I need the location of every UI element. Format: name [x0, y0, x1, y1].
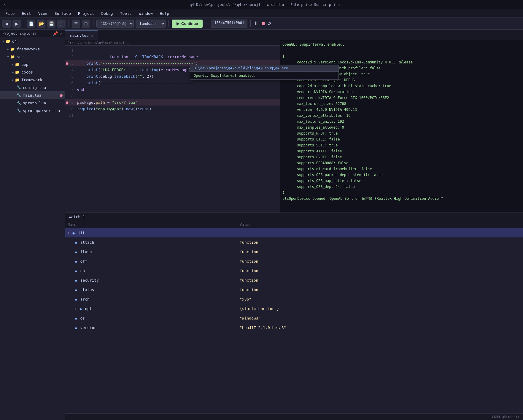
- forward-button[interactable]: ▶: [12, 20, 21, 28]
- jit-expand-arrow[interactable]: ▼: [68, 231, 69, 234]
- console-line-25: }: [282, 190, 521, 196]
- watch-row-off[interactable]: ◆ off function: [65, 257, 523, 266]
- watch-col-name-header: Name: [65, 223, 237, 227]
- tree-item-frameworks[interactable]: ▶ 📁 frameworks: [0, 45, 65, 53]
- layout-button[interactable]: ⊞: [82, 20, 90, 28]
- pause-button[interactable]: ⏸: [254, 20, 259, 27]
- watch-arch-name-col: ◆ arch: [68, 297, 240, 302]
- status-label: status: [80, 288, 94, 292]
- tree-item-main-lua[interactable]: 🔧 main.lua ●: [0, 91, 65, 99]
- version-value: "LuaJIT 2.1.0-beta3": [240, 325, 521, 330]
- stop-button[interactable]: ⏹: [261, 21, 266, 26]
- os-icon: ◆: [75, 316, 77, 321]
- autocomplete-popup: D:\dev\projects\q4\build\bin\q4\Debug\q4…: [190, 65, 339, 80]
- breakpoint-3: ●: [66, 61, 68, 66]
- watch-row-attach[interactable]: ◆ attach function: [65, 238, 523, 247]
- console-line-10: max_texture_size: 32768: [282, 101, 521, 107]
- menu-window[interactable]: Window: [136, 11, 156, 16]
- app-icon: 📁: [15, 62, 20, 67]
- watch-row-security[interactable]: ◆ security function: [65, 276, 523, 285]
- menu-debug[interactable]: Debug: [98, 11, 116, 16]
- new-file-button[interactable]: 📄: [27, 20, 35, 28]
- close-panel-icon[interactable]: ✕: [60, 31, 63, 36]
- watch-row-arch[interactable]: ◆ arch "x86": [65, 295, 523, 304]
- tree-item-sproto-lua[interactable]: 🔧 sproto.lua: [0, 99, 65, 107]
- tree-item-config-lua[interactable]: 🔧 config.lua: [0, 84, 65, 91]
- config-file-icon: 🔧: [17, 85, 21, 90]
- watch-row-version[interactable]: ◆ version "LuaJIT 2.1.0-beta3": [65, 323, 523, 333]
- breadcrumb-path: D:\dev\projects\q4\src\main.lua: [68, 41, 128, 45]
- arch-value: "x86": [240, 297, 521, 301]
- menu-file[interactable]: File: [2, 11, 18, 16]
- pin-icon[interactable]: 📌: [53, 31, 58, 36]
- console-line-2: {: [282, 53, 521, 59]
- watch-row-jit[interactable]: ▼ ◆ jit: [65, 228, 523, 238]
- menu-help[interactable]: Help: [157, 11, 172, 16]
- tree-item-framework[interactable]: ▶ 📁 framework: [0, 76, 65, 84]
- restart-button[interactable]: ↺: [267, 21, 271, 26]
- toolbar-sep-5: [250, 20, 251, 27]
- run-button[interactable]: ▶ Continue: [172, 20, 203, 28]
- console-line-24: supports_OES_depth24: false: [282, 184, 521, 190]
- toolbar: ◀ ▶ 📄 📂 💾 ⬚ ☰ ⊞ 1334x750[iPh6] Landscape…: [0, 18, 523, 30]
- on-icon: ◆: [75, 269, 77, 273]
- tab-close-main-lua[interactable]: ✕: [91, 33, 93, 38]
- menu-project[interactable]: Project: [75, 11, 97, 16]
- tree-item-cocos[interactable]: ▶ 📁 cocos: [0, 68, 65, 76]
- menu-tools[interactable]: Tools: [117, 11, 135, 16]
- menu-view[interactable]: View: [35, 11, 50, 16]
- tree-item-app[interactable]: ▶ 📁 app: [0, 60, 65, 68]
- tab-main-lua-label: main.lua: [70, 33, 89, 38]
- app-icon: ⚡: [4, 2, 7, 8]
- watch-os-name-col: ◆ os: [68, 316, 240, 321]
- attach-label: attach: [80, 240, 94, 245]
- status-value: function: [240, 288, 521, 292]
- watch-row-status[interactable]: ◆ status function: [65, 285, 523, 295]
- tree-item-q4[interactable]: ▼ 📁 q4: [0, 37, 65, 45]
- line-num-7: 7: [65, 87, 77, 92]
- console-line-13: max_texture_units: 192: [282, 119, 521, 124]
- opt-expand-arrow[interactable]: ▶: [75, 307, 77, 310]
- on-value: function: [240, 269, 521, 273]
- console-line-20: supports_BGRA8888: false: [282, 160, 521, 166]
- tab-main-lua[interactable]: main.lua ✕: [65, 31, 98, 40]
- watch-row-os[interactable]: ◆ os "Windows": [65, 314, 523, 323]
- security-icon: ◆: [75, 278, 77, 283]
- content-area: main.lua ✕ D:\dev\projects\q4\src\main.l…: [65, 30, 523, 420]
- tab-bar: main.lua ✕: [65, 30, 523, 40]
- watch-status-name-col: ◆ status: [68, 288, 240, 292]
- save-button[interactable]: 💾: [47, 20, 55, 28]
- console-line-18: supports_ATITC: false: [282, 148, 521, 154]
- watch-row-flush[interactable]: ◆ flush function: [65, 247, 523, 257]
- cocos-icon: 📁: [15, 70, 20, 74]
- status-bar: CSDN @Simdsoft: [65, 413, 523, 420]
- menu-toggle-button[interactable]: ☰: [72, 20, 80, 28]
- file-tree: ▼ 📁 q4 ▶ 📁 frameworks ▼ 📁 src ▶ 📁 app: [0, 37, 65, 420]
- watch-security-name-col: ◆ security: [68, 278, 240, 283]
- menu-surface[interactable]: Surface: [52, 11, 74, 16]
- line-num-6: 6: [65, 81, 77, 85]
- watch-row-opt[interactable]: ▶ ◆ opt {start=function }: [65, 304, 523, 314]
- watch-row-on[interactable]: ◆ on function: [65, 266, 523, 276]
- device-selector[interactable]: 1334x750[iPh6]: [96, 20, 134, 28]
- save-all-button[interactable]: ⬚: [57, 20, 66, 28]
- main-layout: Project Explorer 📌 ✕ ▼ 📁 q4 ▶ 📁 framewor…: [0, 30, 523, 420]
- back-button[interactable]: ◀: [2, 20, 11, 28]
- orientation-selector[interactable]: Landscape: [136, 20, 166, 28]
- tree-item-sprotoparser-lua[interactable]: 🔧 sprotoparser.lua: [0, 107, 65, 114]
- opt-value: {start=function }: [240, 306, 521, 311]
- src-icon: 📁: [10, 55, 15, 59]
- menu-edit[interactable]: Edit: [19, 11, 34, 16]
- sproto-file-icon: 🔧: [17, 101, 21, 105]
- attach-value: function: [240, 240, 521, 245]
- sproto-lua-label: sproto.lua: [23, 101, 46, 105]
- opt-label: opt: [85, 306, 92, 311]
- line-num-5: 5: [65, 74, 77, 79]
- app-label: app: [21, 62, 28, 67]
- title-text: q4[D:\dev\projects\q4\q4.xxsproj] - x-st…: [10, 3, 519, 7]
- open-button[interactable]: 📂: [37, 20, 45, 28]
- tree-item-src[interactable]: ▼ 📁 src: [0, 53, 65, 60]
- bottom-area: Watch 1 Name Value ▼ ◆ jit: [65, 213, 523, 420]
- frameworks-icon: 📁: [10, 47, 15, 51]
- on-label: on: [80, 269, 85, 273]
